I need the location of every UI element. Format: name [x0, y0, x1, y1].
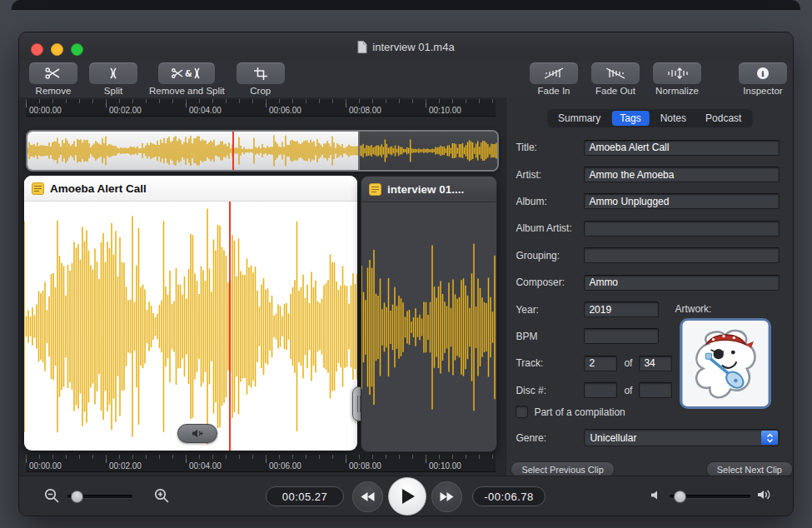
album-artist-field[interactable]: [584, 221, 780, 237]
crop-button[interactable]: Crop: [237, 62, 285, 96]
bpm-field[interactable]: [584, 328, 659, 344]
toolbar: Remove Split & Remove and Split: [19, 61, 793, 98]
ruler-label: 00:00.00: [29, 461, 62, 471]
normalize-button[interactable]: Normalize: [653, 62, 701, 96]
volume-high-icon[interactable]: [757, 489, 771, 501]
title-field[interactable]: [584, 140, 780, 156]
inspector-button[interactable]: i Inspector: [739, 62, 787, 96]
clip-interview-01[interactable]: interview 01....: [361, 176, 497, 452]
window-title-area: interview 01.m4a: [19, 32, 793, 61]
overview-selected-clip[interactable]: [27, 132, 360, 170]
clip-file-icon: [32, 182, 44, 195]
composer-field[interactable]: [584, 275, 780, 291]
clip-waveform: [361, 202, 496, 452]
clip-waveform-area[interactable]: [361, 202, 496, 452]
rewind-icon: [361, 492, 375, 501]
compilation-row: Part of a compilation: [516, 406, 625, 418]
svg-text:i: i: [761, 69, 765, 78]
disc-of-label: of: [624, 385, 632, 396]
artwork-image: [682, 321, 769, 406]
remove-button[interactable]: Remove: [29, 62, 77, 96]
artwork-label: Artwork:: [675, 303, 711, 315]
clips-area: Amoeba Alert Call: [19, 176, 506, 451]
ruler-label: 00:10.00: [429, 461, 461, 471]
zoom-slider[interactable]: [67, 495, 132, 498]
clip-file-icon: [369, 183, 381, 196]
grouping-label: Grouping:: [516, 250, 584, 262]
tab-podcast[interactable]: Podcast: [697, 111, 750, 126]
fast-forward-button[interactable]: [431, 481, 462, 512]
clip-waveform-area[interactable]: [24, 202, 357, 451]
genre-label: Genre:: [516, 432, 584, 444]
fade-out-button[interactable]: Fade Out: [591, 62, 640, 96]
svg-text:&: &: [185, 69, 192, 78]
fade-in-icon: [530, 62, 578, 84]
zoom-out-icon[interactable]: [44, 488, 60, 504]
remaining-time-display: -00:06.78: [472, 486, 545, 506]
grouping-field[interactable]: [584, 247, 780, 263]
album-label: Album:: [516, 196, 584, 207]
volume-low-icon[interactable]: [650, 490, 661, 501]
inspector-tabs: Summary Tags Notes Podcast: [547, 109, 752, 127]
fast-forward-icon: [440, 492, 454, 501]
main-content: 00:00.00 00:02.00 00:04.00 00:06.00 00:0…: [19, 97, 793, 476]
zoom-slider-thumb[interactable]: [71, 491, 83, 503]
play-button[interactable]: [388, 477, 426, 516]
timeline-ruler-bottom[interactable]: 00:00.00 00:02.00 00:04.00 00:06.00 00:0…: [26, 455, 496, 472]
fade-in-button[interactable]: Fade In: [530, 62, 578, 96]
title-bar: interview 01.m4a: [19, 32, 793, 61]
speaker-plus-button[interactable]: [177, 424, 217, 443]
clip-title: Amoeba Alert Call: [50, 182, 147, 195]
artwork[interactable]: [682, 321, 769, 406]
field-row-genre: Genre: Unicellular: [516, 429, 780, 446]
artist-label: Artist:: [516, 169, 584, 181]
tab-tags[interactable]: Tags: [611, 111, 649, 126]
volume-slider[interactable]: [670, 495, 750, 498]
track-number-field[interactable]: [584, 356, 617, 371]
album-field[interactable]: [584, 193, 780, 209]
year-field[interactable]: [584, 301, 659, 317]
track-total-field[interactable]: [639, 356, 672, 371]
disc-total-field[interactable]: [639, 382, 672, 398]
artist-field[interactable]: [584, 167, 780, 182]
album-artist-label: Album Artist:: [516, 222, 584, 234]
toolbar-edit-group: Remove Split & Remove and Split: [29, 62, 285, 96]
dropdown-chevron-icon[interactable]: [761, 431, 778, 445]
disc-number-field[interactable]: [584, 382, 617, 398]
tab-summary[interactable]: Summary: [550, 111, 609, 126]
clip-amoeba-alert-call[interactable]: Amoeba Alert Call: [24, 176, 357, 451]
overview-playhead[interactable]: [232, 132, 234, 170]
remove-and-split-button[interactable]: & Remove and Split: [149, 62, 225, 96]
clip-header[interactable]: Amoeba Alert Call: [24, 176, 357, 202]
crop-icon: [237, 62, 285, 84]
field-row-album: Album:: [516, 188, 780, 215]
overview-strip[interactable]: [26, 130, 499, 172]
ruler-label: 00:10.00: [429, 106, 461, 115]
normalize-icon: [653, 62, 701, 84]
timeline-ruler-top[interactable]: 00:00.00 00:02.00 00:04.00 00:06.00 00:0…: [26, 99, 496, 117]
toolbar-inspector-group: i Inspector: [739, 62, 787, 96]
ruler-label: 00:04.00: [189, 461, 222, 471]
overview-next-clip[interactable]: [360, 132, 497, 170]
play-icon: [402, 489, 415, 504]
clip-waveform: [24, 202, 357, 451]
field-row-grouping: Grouping:: [516, 242, 780, 269]
genre-dropdown[interactable]: Unicellular: [584, 429, 780, 446]
scissors-icon: [29, 62, 77, 84]
rewind-button[interactable]: [352, 481, 383, 512]
elapsed-time-display: 00:05.27: [266, 486, 344, 506]
compilation-checkbox[interactable]: [516, 406, 528, 418]
field-row-title: Title:: [516, 134, 780, 161]
zoom-in-icon[interactable]: [154, 488, 170, 504]
clip-title: interview 01....: [387, 183, 464, 196]
clip-header[interactable]: interview 01....: [361, 177, 496, 202]
volume-slider-thumb[interactable]: [674, 491, 686, 503]
app-window: interview 01.m4a Remove Split: [18, 32, 794, 516]
split-button[interactable]: Split: [89, 62, 137, 96]
compilation-label: Part of a compilation: [534, 406, 625, 418]
tab-notes[interactable]: Notes: [652, 111, 695, 126]
playhead[interactable]: [229, 202, 231, 451]
ruler-label: 00:02.00: [109, 106, 142, 115]
year-label: Year:: [516, 304, 584, 316]
inspector-panel: Summary Tags Notes Podcast Title: Artist…: [506, 97, 793, 476]
